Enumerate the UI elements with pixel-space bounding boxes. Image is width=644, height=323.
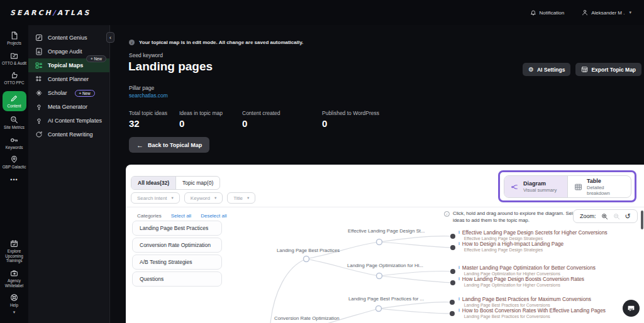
idea-item[interactable]: i Master Landing Page Optimization for B… bbox=[458, 265, 596, 276]
idea-item[interactable]: i How Landing Page Design Boosts Convers… bbox=[458, 276, 584, 287]
rail-item-site-metrics[interactable]: Site Metrics bbox=[1, 116, 28, 130]
searchatlas-logo[interactable]: SEARCH/ATLAS bbox=[10, 9, 91, 17]
info-icon: i bbox=[129, 40, 135, 45]
category-pill[interactable]: A/B Testing Strategies bbox=[132, 255, 222, 270]
categories-label: Categories bbox=[137, 213, 162, 219]
bell-icon bbox=[530, 9, 536, 16]
sidebar-item-content-planner[interactable]: Content Planner bbox=[28, 72, 109, 86]
icon-rail: Projects OTTO & Audit OTTO PPC Content S… bbox=[0, 25, 28, 323]
top-bar: SEARCH/ATLAS Notification Aleksander M .… bbox=[0, 0, 644, 25]
rail-item-otto-ppc[interactable]: OTTO PPC bbox=[1, 71, 28, 85]
info-icon: i bbox=[458, 276, 460, 287]
tab-topic-map[interactable]: Topic map(0) bbox=[176, 177, 219, 189]
sidebar-item-content-rewriting[interactable]: Content Rewriting bbox=[28, 128, 109, 141]
info-icon: i bbox=[458, 297, 460, 307]
back-to-topical-map-button[interactable]: ← Back to Topical Map bbox=[129, 137, 209, 153]
edit-mode-notice: i Your topical map is in edit mode. All … bbox=[129, 40, 303, 45]
rail-more-button[interactable]: ••• bbox=[10, 177, 18, 183]
logo-text-atlas: ATLAS bbox=[57, 9, 91, 17]
diagram-view-button[interactable]: Diagram Visual summary bbox=[504, 176, 567, 197]
notification-label: Notification bbox=[540, 10, 565, 16]
filters-row: Search Intent ▾ Keyword ▾ Title ▾ bbox=[131, 192, 255, 204]
grid-icon bbox=[35, 62, 43, 69]
rail-item-trainings[interactable]: Explore Upcoming Trainings bbox=[1, 239, 28, 263]
search-metrics-icon bbox=[10, 116, 18, 124]
seed-keyword-label: Seed keyword bbox=[129, 52, 163, 58]
sidebar-item-topical-maps[interactable]: Topical Maps + New bbox=[28, 58, 109, 72]
rail-item-otto-audit[interactable]: OTTO & Audit bbox=[1, 52, 28, 66]
rail-item-help[interactable]: Help ▾ bbox=[1, 293, 28, 315]
stat-published-wordpress: Published to WordPress 0 bbox=[322, 110, 379, 129]
caret-down-icon: ▾ bbox=[629, 10, 631, 15]
node-label[interactable]: Landing Page Best Practices bbox=[277, 248, 340, 253]
pen-square-icon bbox=[35, 34, 43, 41]
left-arrow-icon: ← bbox=[136, 141, 143, 149]
keyword-filter[interactable]: Keyword ▾ bbox=[184, 192, 223, 204]
zoom-reset-button[interactable]: ↺ bbox=[625, 213, 631, 220]
caret-down-icon: ▾ bbox=[214, 195, 216, 200]
new-badge: + New bbox=[86, 55, 106, 62]
stats-row: Total topic ideas 32 Ideas in topic map … bbox=[129, 110, 379, 129]
rail-item-projects[interactable]: Projects bbox=[1, 31, 28, 46]
rail-item-agency-whitelabel[interactable]: Agency Whitelabel bbox=[1, 269, 28, 288]
pillar-page-label: Pillar page bbox=[129, 85, 154, 91]
ai-settings-button[interactable]: ⚙ AI Settings bbox=[523, 63, 570, 76]
rail-item-keywords[interactable]: Keywords bbox=[1, 136, 28, 150]
select-all-link[interactable]: Select all bbox=[171, 213, 191, 219]
rail-item-gbp-galactic[interactable]: GBP Galactic bbox=[1, 155, 28, 170]
node-label[interactable]: Landing Page Best Practices for ... bbox=[348, 296, 424, 302]
refresh-icon bbox=[35, 131, 43, 138]
idea-item[interactable]: i Landing Page Best Practices for Maximu… bbox=[458, 296, 591, 307]
chat-launcher-button[interactable] bbox=[623, 300, 640, 317]
stat-ideas-in-topic-map: Ideas in topic map 0 bbox=[179, 110, 242, 129]
pencil-icon bbox=[10, 94, 18, 102]
notice-text: Your topical map is in edit mode. All ch… bbox=[139, 40, 303, 45]
sidebar-item-content-genius[interactable]: Content Genius bbox=[28, 31, 109, 45]
zoom-out-button[interactable] bbox=[613, 213, 620, 220]
export-topic-map-button[interactable]: Export Topic Map bbox=[575, 63, 641, 76]
notification-button[interactable]: Notification bbox=[530, 9, 565, 16]
info-icon: i bbox=[458, 308, 460, 319]
info-icon: i bbox=[458, 265, 460, 276]
search-intent-filter[interactable]: Search Intent ▾ bbox=[131, 192, 180, 204]
caret-down-icon: ▾ bbox=[172, 195, 174, 200]
table-view-button[interactable]: Table Detailed breakdown bbox=[567, 176, 631, 197]
category-pill[interactable]: Landing Page Best Practices bbox=[132, 221, 222, 236]
vertical-scrollbar[interactable] bbox=[641, 211, 643, 229]
diagram-tree-icon bbox=[511, 183, 519, 191]
category-pill[interactable]: Conversion Rate Optimization bbox=[132, 238, 222, 253]
node-label[interactable]: Landing Page Optimization for Hi... bbox=[347, 263, 423, 268]
thumbs-up-icon bbox=[10, 71, 18, 79]
stat-total-topic-ideas: Total topic ideas 32 bbox=[129, 110, 179, 129]
rail-item-content[interactable]: Content bbox=[3, 91, 26, 112]
idea-item[interactable]: i How to Boost Conversion Rates With Eff… bbox=[458, 307, 606, 319]
tab-all-ideas[interactable]: All Ideas(32) bbox=[131, 177, 176, 189]
logo-text-search: SEARCH bbox=[10, 9, 53, 17]
sidebar-item-meta-generator[interactable]: Meta Generator bbox=[28, 100, 109, 114]
node-label[interactable]: Effective Landing Page Design St... bbox=[348, 228, 425, 234]
user-name: Aleksander M . bbox=[591, 10, 625, 16]
node-label[interactable]: Conversion Rate Optimization bbox=[274, 315, 340, 321]
sidebar-collapse-button[interactable]: ‹ bbox=[106, 32, 114, 43]
document-icon bbox=[10, 31, 18, 40]
lightbulb-icon bbox=[35, 117, 43, 124]
zoom-controls: Zoom: ↺ bbox=[573, 209, 638, 223]
zoom-label: Zoom: bbox=[580, 213, 596, 219]
export-table-icon bbox=[581, 66, 588, 73]
category-pill[interactable]: Questions bbox=[132, 271, 222, 287]
deselect-all-link[interactable]: Deselect all bbox=[201, 213, 226, 219]
sidebar-item-scholar[interactable]: Scholar + New bbox=[28, 86, 109, 100]
idea-item[interactable]: i How to Design a High-Impact Landing Pa… bbox=[458, 241, 564, 252]
briefcase-icon bbox=[10, 269, 18, 277]
table-icon bbox=[574, 183, 582, 191]
user-icon bbox=[582, 9, 588, 16]
sidebar-item-ai-content-templates[interactable]: AI Content Templates bbox=[28, 114, 109, 128]
help-lifebuoy-icon bbox=[10, 293, 18, 302]
title-filter[interactable]: Title ▾ bbox=[227, 192, 255, 204]
page-title: Landing pages bbox=[128, 60, 213, 74]
pillar-page-link[interactable]: searchatlas.com bbox=[129, 92, 168, 99]
caret-down-icon: ▾ bbox=[247, 195, 249, 200]
zoom-in-button[interactable] bbox=[601, 213, 608, 220]
idea-item[interactable]: i Effective Landing Page Design Secrets … bbox=[458, 229, 608, 241]
user-menu[interactable]: Aleksander M . ▾ bbox=[582, 9, 631, 16]
